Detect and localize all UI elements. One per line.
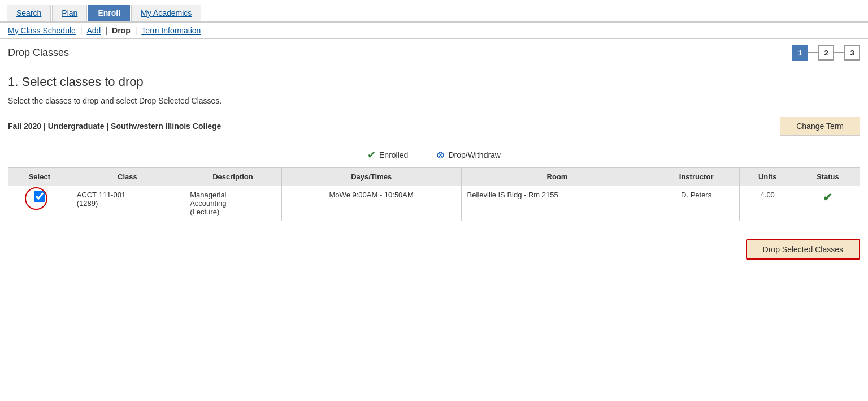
- drop-withdraw-icon: ⊗: [436, 149, 445, 161]
- table-row: ACCT 111-001(1289) ManagerialAccounting(…: [8, 186, 860, 221]
- col-status: Status: [796, 168, 860, 186]
- section-heading: 1. Select classes to drop: [8, 75, 860, 89]
- units-cell: 4.00: [739, 186, 796, 221]
- enrolled-check-icon: ✔: [367, 149, 376, 161]
- change-term-button[interactable]: Change Term: [780, 117, 860, 136]
- col-room: Room: [461, 168, 653, 186]
- description-cell: ManagerialAccounting(Lecture): [184, 186, 282, 221]
- step-3: 3: [844, 45, 860, 61]
- step-1: 1: [792, 45, 808, 61]
- step-2: 2: [818, 45, 834, 61]
- col-days-times: Days/Times: [281, 168, 461, 186]
- tab-plan[interactable]: Plan: [52, 5, 87, 21]
- term-row: Fall 2020 | Undergraduate | Southwestern…: [8, 117, 860, 136]
- page-title: Drop Classes: [8, 47, 69, 59]
- select-checkbox[interactable]: [34, 191, 45, 202]
- tab-my-academics[interactable]: My Academics: [131, 5, 201, 21]
- drop-withdraw-label: Drop/Withdraw: [448, 150, 501, 159]
- sub-nav: My Class Schedule | Add | Drop | Term In…: [0, 23, 868, 39]
- tab-enroll[interactable]: Enroll: [88, 5, 130, 21]
- checkbox-wrapper: [29, 191, 50, 211]
- legend-box: ✔ Enrolled ⊗ Drop/Withdraw: [8, 143, 860, 167]
- col-select: Select: [8, 168, 71, 186]
- step-connector-2: [834, 52, 844, 53]
- subnav-drop[interactable]: Drop: [112, 26, 131, 35]
- term-label: Fall 2020 | Undergraduate | Southwestern…: [8, 122, 221, 131]
- instruction-text: Select the classes to drop and select Dr…: [8, 96, 860, 105]
- enrolled-label: Enrolled: [379, 150, 408, 159]
- col-description: Description: [184, 168, 282, 186]
- tab-search[interactable]: Search: [7, 5, 51, 21]
- class-table: Select Class Description Days/Times Room…: [8, 167, 860, 221]
- table-header-row: Select Class Description Days/Times Room…: [8, 168, 860, 186]
- separator-3: |: [135, 26, 137, 35]
- step-wizard: 1 2 3: [792, 45, 860, 61]
- status-cell: ✔: [796, 186, 860, 221]
- bottom-row: Drop Selected Classes: [0, 232, 868, 266]
- separator-2: |: [105, 26, 107, 35]
- class-cell: ACCT 111-001(1289): [71, 186, 184, 221]
- legend-enrolled: ✔ Enrolled: [367, 149, 408, 161]
- drop-selected-classes-button[interactable]: Drop Selected Classes: [746, 239, 860, 260]
- col-class: Class: [71, 168, 184, 186]
- page-header: Drop Classes 1 2 3: [0, 39, 868, 63]
- main-content: 1. Select classes to drop Select the cla…: [0, 63, 868, 232]
- room-cell: Belleville IS Bldg - Rm 2155: [461, 186, 653, 221]
- subnav-add[interactable]: Add: [86, 26, 101, 35]
- separator-1: |: [80, 26, 83, 35]
- subnav-my-class-schedule[interactable]: My Class Schedule: [8, 26, 76, 35]
- col-units: Units: [739, 168, 796, 186]
- col-instructor: Instructor: [653, 168, 739, 186]
- subnav-term-information[interactable]: Term Information: [141, 26, 201, 35]
- legend-drop-withdraw: ⊗ Drop/Withdraw: [436, 149, 501, 161]
- step-connector-1: [808, 52, 818, 53]
- instructor-cell: D. Peters: [653, 186, 739, 221]
- select-cell: [8, 186, 71, 221]
- top-nav: Search Plan Enroll My Academics: [0, 0, 868, 23]
- days-times-cell: MoWe 9:00AM - 10:50AM: [281, 186, 461, 221]
- status-check-icon: ✔: [823, 191, 832, 204]
